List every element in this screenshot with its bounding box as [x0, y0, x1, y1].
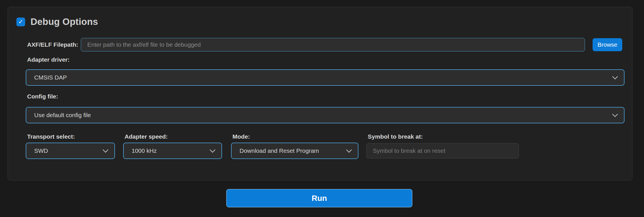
adapter-driver-label: Adapter driver: [27, 56, 70, 63]
adapter-speed-label: Adapter speed: [125, 133, 222, 140]
chevron-down-icon [103, 147, 108, 153]
adapter-driver-select[interactable]: CMSIS DAP [26, 69, 625, 86]
break-symbol-field: Symbol to break at: [366, 133, 519, 159]
run-button[interactable]: Run [226, 189, 412, 207]
chevron-down-icon [346, 147, 352, 153]
debug-options-panel: ✓ Debug Options AXF/ELF Filepath: Browse… [8, 7, 632, 181]
transport-label: Transport select: [27, 133, 115, 140]
mode-value: Download and Reset Program [240, 147, 319, 154]
config-file-value: Use default config file [34, 112, 91, 119]
chevron-down-icon [612, 74, 618, 80]
config-file-label: Config file: [27, 93, 58, 100]
adapter-speed-field: Adapter speed: 1000 kHz [123, 133, 222, 159]
break-symbol-label: Symbol to break at: [368, 133, 519, 140]
chevron-down-icon [612, 111, 618, 117]
browse-button[interactable]: Browse [593, 38, 622, 51]
transport-value: SWD [34, 147, 48, 154]
mode-select[interactable]: Download and Reset Program [231, 143, 358, 159]
adapter-speed-select[interactable]: 1000 kHz [123, 143, 222, 159]
mode-field: Mode: Download and Reset Program [231, 133, 358, 159]
bottom-options-row: Transport select: SWD Adapter speed: 100… [26, 133, 519, 159]
panel-header: ✓ Debug Options [16, 16, 98, 27]
adapter-driver-value: CMSIS DAP [34, 74, 67, 81]
filepath-row: AXF/ELF Filepath: Browse [27, 37, 624, 52]
debug-options-checkbox[interactable]: ✓ [16, 18, 25, 26]
transport-field: Transport select: SWD [26, 133, 115, 159]
mode-label: Mode: [232, 133, 358, 140]
panel-title: Debug Options [31, 16, 98, 27]
config-file-select[interactable]: Use default config file [26, 107, 625, 123]
checkmark-icon: ✓ [18, 18, 23, 25]
filepath-label: AXF/ELF Filepath: [27, 41, 81, 48]
adapter-speed-value: 1000 kHz [132, 147, 157, 154]
break-symbol-input[interactable] [366, 143, 519, 158]
transport-select[interactable]: SWD [26, 143, 115, 159]
chevron-down-icon [210, 147, 216, 153]
filepath-input[interactable] [81, 38, 585, 51]
